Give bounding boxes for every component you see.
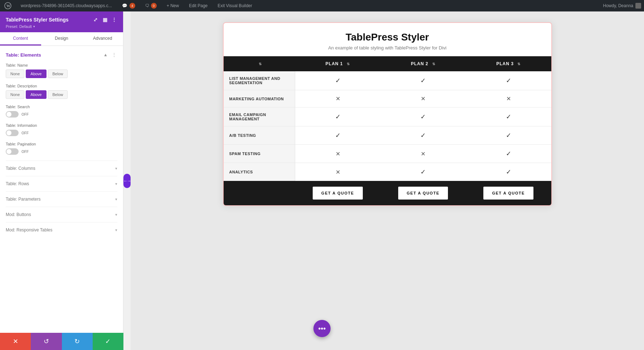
- check-icon: ✓: [420, 113, 426, 120]
- feature-cell: LIST MANAGEMENT AND SEGMENTATION: [224, 71, 295, 90]
- table-row: SPAM TESTING✕✕✓: [224, 145, 551, 163]
- plan3-cell: ✓: [466, 126, 551, 145]
- plan3-cell: ✓: [466, 145, 551, 163]
- undo-button[interactable]: ↺: [31, 333, 62, 350]
- quote-btn-3[interactable]: GET A QUOTE: [483, 187, 533, 200]
- table-info-switch-label: OFF: [21, 131, 29, 135]
- module-title-row: TablePress Styler Settings ⤢ ▦ ⋮: [6, 16, 117, 23]
- col-header-plan2: PLAN 2 ⇅: [380, 56, 466, 71]
- wp-logo-icon[interactable]: W: [3, 0, 13, 11]
- table-row: EMAIL CAMPAIGN MANAGEMENT✓✓✓: [224, 107, 551, 126]
- table-row: ANALYTICS✕✓✓: [224, 163, 551, 181]
- elements-section-header: Table: Elements ▲ ⋮: [6, 52, 117, 58]
- check-icon: ✓: [335, 132, 341, 139]
- comments-bar-item[interactable]: 💬 4: [120, 0, 137, 11]
- sort-icon-1: ⇅: [347, 62, 350, 66]
- table-columns-chevron-icon: ▾: [115, 166, 117, 171]
- table-search-switch-label: OFF: [21, 112, 29, 116]
- cross-icon: ✕: [506, 96, 511, 102]
- table-parameters-header[interactable]: Table: Parameters ▾: [6, 197, 117, 202]
- table-name-above-btn[interactable]: Above: [26, 69, 46, 78]
- resize-pill: ←→: [123, 174, 131, 188]
- plan2-cell: ✓: [380, 71, 466, 90]
- new-item-button[interactable]: + New: [165, 0, 181, 11]
- more-icon[interactable]: ⋮: [111, 16, 117, 23]
- tab-design[interactable]: Design: [41, 32, 82, 45]
- plan3-cell: ✓: [466, 163, 551, 181]
- table-row: LIST MANAGEMENT AND SEGMENTATION✓✓✓: [224, 71, 551, 90]
- plan3-cell: ✓: [466, 107, 551, 126]
- quote-btn-1[interactable]: GET A QUOTE: [313, 187, 362, 200]
- preset-selector[interactable]: Preset: Default ▾: [6, 24, 117, 29]
- section-more-icon[interactable]: ⋮: [111, 52, 117, 58]
- table-desc-below-btn[interactable]: Below: [48, 90, 68, 99]
- table-desc-none-btn[interactable]: None: [6, 90, 24, 99]
- table-rows-section: Table: Rows ▾: [6, 176, 117, 191]
- plan3-cell: ✕: [466, 90, 551, 107]
- table-search-label: Table: Search: [6, 105, 117, 109]
- col-header-empty: ⇅: [224, 56, 295, 71]
- resize-handle[interactable]: ←→: [123, 11, 131, 350]
- redo-button[interactable]: ↻: [62, 333, 93, 350]
- footer-cell-empty: [224, 187, 295, 200]
- table-columns-header[interactable]: Table: Columns ▾: [6, 166, 117, 171]
- table-name-label: Table: Name: [6, 63, 117, 67]
- header-icons: ⤢ ▦ ⋮: [92, 16, 117, 23]
- main-layout: TablePress Styler Settings ⤢ ▦ ⋮ Preset:…: [0, 11, 644, 350]
- col-header-plan1: PLAN 1 ⇅: [295, 56, 381, 71]
- comparison-table: ⇅ PLAN 1 ⇅ PLAN 2 ⇅ PLAN 3 ⇅: [224, 56, 551, 181]
- tab-content[interactable]: Content: [0, 32, 41, 45]
- plan1-cell: ✕: [295, 90, 381, 107]
- quote-btn-2[interactable]: GET A QUOTE: [398, 187, 448, 200]
- check-icon: ✓: [335, 113, 341, 120]
- plan1-cell: ✕: [295, 163, 381, 181]
- plan1-cell: ✓: [295, 107, 381, 126]
- sidebar-header: TablePress Styler Settings ⤢ ▦ ⋮ Preset:…: [0, 11, 123, 32]
- table-desc-label: Table: Description: [6, 84, 117, 88]
- user-howdy[interactable]: Howdy, Deanna: [603, 3, 641, 9]
- table-desc-above-btn[interactable]: Above: [26, 90, 46, 99]
- tab-advanced[interactable]: Advanced: [82, 32, 123, 45]
- table-rows-chevron-icon: ▾: [115, 182, 117, 186]
- elements-section-title: Table: Elements: [6, 52, 41, 58]
- edit-page-button[interactable]: Edit Page: [187, 0, 210, 11]
- check-icon: ✓: [420, 168, 426, 176]
- table-header-row: ⇅ PLAN 1 ⇅ PLAN 2 ⇅ PLAN 3 ⇅: [224, 56, 551, 71]
- layout-icon[interactable]: ▦: [102, 16, 108, 23]
- mod-buttons-header[interactable]: Mod: Buttons ▾: [6, 212, 117, 217]
- comment-bubble-item[interactable]: 🗨 0: [143, 0, 159, 11]
- table-pagination-switch[interactable]: [6, 148, 19, 155]
- table-rows-header[interactable]: Table: Rows ▾: [6, 181, 117, 186]
- fab-button[interactable]: •••: [313, 320, 331, 337]
- cross-icon: ✕: [421, 96, 425, 102]
- mod-responsive-section: Mod: Responsive Tables ▾: [6, 222, 117, 238]
- table-info-switch[interactable]: [6, 130, 19, 136]
- check-icon: ✓: [506, 168, 511, 176]
- feature-cell: SPAM TESTING: [224, 145, 295, 163]
- table-columns-section: Table: Columns ▾: [6, 160, 117, 176]
- table-search-switch[interactable]: [6, 111, 19, 118]
- sidebar: TablePress Styler Settings ⤢ ▦ ⋮ Preset:…: [0, 11, 123, 350]
- exit-builder-button[interactable]: Exit Visual Builder: [215, 0, 254, 11]
- table-name-below-btn[interactable]: Below: [48, 69, 68, 78]
- cancel-button[interactable]: ✕: [0, 333, 31, 350]
- table-name-none-btn[interactable]: None: [6, 69, 24, 78]
- plan3-cell: ✓: [466, 71, 551, 90]
- module-title-text: TablePress Styler Settings: [6, 17, 69, 23]
- admin-bar: W wordpress-784896-3610405.cloudwaysapps…: [0, 0, 644, 11]
- mod-responsive-chevron-icon: ▾: [115, 228, 117, 232]
- collapse-icon[interactable]: ▲: [102, 52, 109, 58]
- mod-responsive-header[interactable]: Mod: Responsive Tables ▾: [6, 227, 117, 232]
- site-name[interactable]: wordpress-784896-3610405.cloudwaysapps.c…: [19, 0, 114, 11]
- check-icon: ✓: [506, 77, 511, 84]
- check-icon: ✓: [506, 113, 511, 120]
- save-button[interactable]: ✓: [93, 333, 123, 350]
- table-rows-title: Table: Rows: [6, 181, 29, 186]
- svg-text:W: W: [6, 4, 10, 8]
- table-info-label: Table: Information: [6, 123, 117, 128]
- user-avatar: [635, 3, 641, 9]
- fullscreen-icon[interactable]: ⤢: [92, 16, 99, 23]
- plan2-cell: ✕: [380, 90, 466, 107]
- check-icon: ✓: [506, 132, 511, 139]
- check-icon: ✓: [420, 132, 426, 139]
